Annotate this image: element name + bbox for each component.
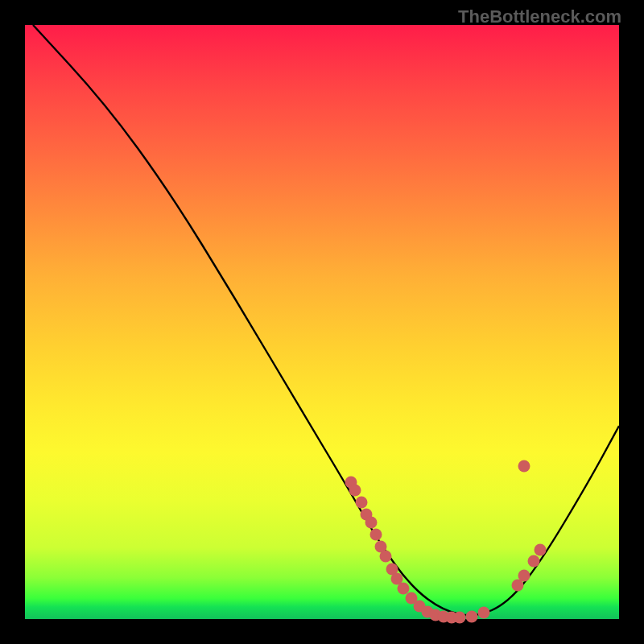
- data-point: [535, 544, 547, 556]
- chart-container: TheBottleneck.com: [0, 0, 644, 644]
- data-point: [518, 570, 530, 582]
- data-point: [356, 497, 368, 509]
- data-point: [370, 529, 382, 541]
- data-point: [349, 485, 361, 497]
- data-point: [454, 612, 466, 624]
- data-point: [365, 517, 378, 529]
- data-point: [398, 583, 410, 595]
- data-point: [478, 607, 490, 619]
- data-points: [345, 460, 547, 624]
- data-point: [380, 551, 392, 563]
- data-point: [518, 460, 530, 473]
- watermark-text: TheBottleneck.com: [458, 6, 621, 27]
- data-point: [466, 611, 478, 623]
- chart-svg: [25, 25, 619, 619]
- data-point: [528, 555, 540, 568]
- curve-line: [33, 25, 619, 615]
- plot-area: [25, 25, 619, 619]
